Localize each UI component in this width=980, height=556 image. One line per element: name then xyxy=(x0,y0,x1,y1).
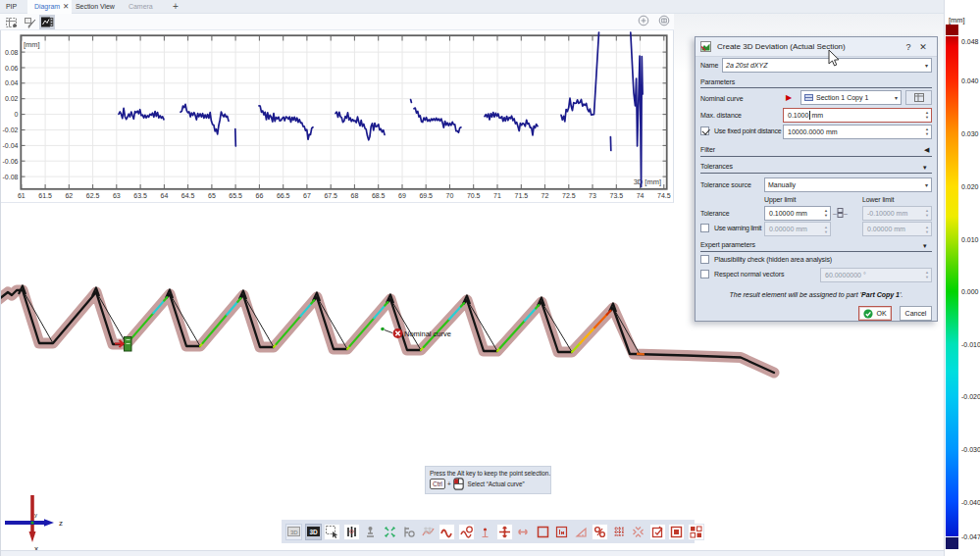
svg-text:-0.030: -0.030 xyxy=(961,446,980,453)
svg-text:-0.040: -0.040 xyxy=(961,499,980,506)
svg-text:0.048: 0.048 xyxy=(961,38,979,45)
svg-text:y: y xyxy=(34,512,37,518)
svg-text:3D: 3D xyxy=(290,529,298,534)
svg-text:[mm]: [mm] xyxy=(949,16,965,25)
svg-text:0.030: 0.030 xyxy=(961,130,979,137)
svg-text:-0.020: -0.020 xyxy=(961,393,980,400)
svg-text:Nominal curve: Nominal curve xyxy=(404,329,451,338)
svg-text:0.040: 0.040 xyxy=(961,77,979,84)
svg-text:-0.010: -0.010 xyxy=(961,341,980,348)
svg-text:-0.047: -0.047 xyxy=(961,533,980,540)
svg-text:3D: 3D xyxy=(309,529,318,535)
svg-text:0.000: 0.000 xyxy=(961,288,979,295)
svg-text:0.010: 0.010 xyxy=(961,236,979,243)
svg-text:z: z xyxy=(59,519,63,528)
svg-text:0.020: 0.020 xyxy=(961,183,979,190)
